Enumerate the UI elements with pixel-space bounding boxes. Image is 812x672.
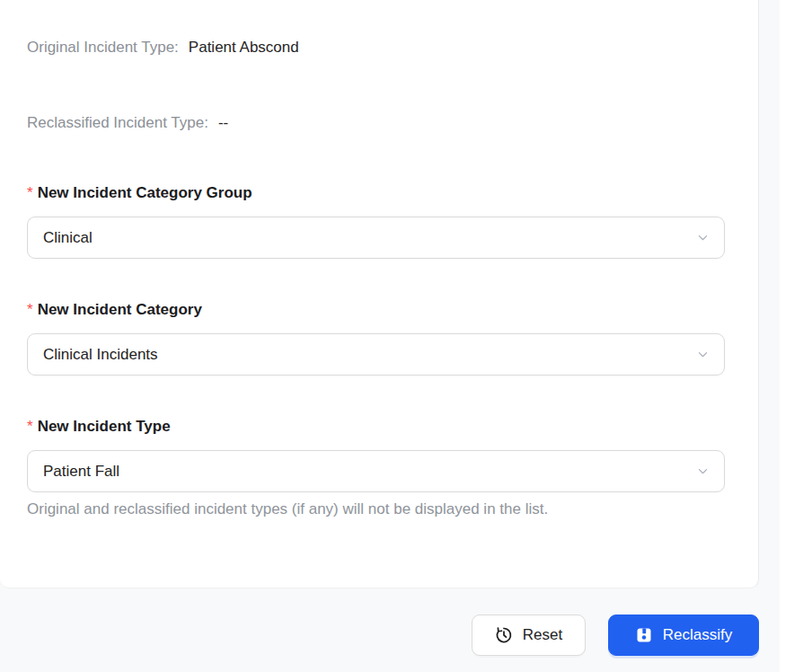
new-incident-category-group-select[interactable]: Clinical xyxy=(27,217,725,259)
reset-button-label: Reset xyxy=(523,626,562,644)
reclassify-button-label: Reclassify xyxy=(663,626,732,644)
required-mark: * xyxy=(27,183,33,203)
original-incident-type-row: Original Incident Type: Patient Abscond xyxy=(27,0,758,57)
save-icon xyxy=(635,626,653,644)
history-icon xyxy=(495,626,513,644)
new-incident-type-select[interactable]: Patient Fall xyxy=(27,450,725,492)
field-label-text: New Incident Type xyxy=(38,417,171,437)
chevron-down-icon xyxy=(695,464,710,479)
reclassified-incident-type-value: -- xyxy=(218,113,228,133)
new-incident-type-label: * New Incident Type xyxy=(27,417,758,437)
reset-button[interactable]: Reset xyxy=(472,615,586,656)
incident-type-help-text: Original and reclassified incident types… xyxy=(27,500,758,519)
selected-value: Clinical xyxy=(43,229,93,247)
original-incident-type-value: Patient Abscond xyxy=(189,38,299,57)
selected-value: Patient Fall xyxy=(43,463,119,481)
reclassify-incident-drawer: Original Incident Type: Patient Abscond … xyxy=(0,0,812,672)
selected-value: Clinical Incidents xyxy=(43,346,158,364)
field-label-text: New Incident Category xyxy=(38,300,202,320)
new-incident-category-label: * New Incident Category xyxy=(27,300,758,320)
chevron-down-icon xyxy=(695,231,710,245)
drawer-footer: Reset Reclassify xyxy=(0,615,759,656)
reclassify-button[interactable]: Reclassify xyxy=(608,615,759,656)
chevron-down-icon xyxy=(695,348,710,362)
new-incident-category-select[interactable]: Clinical Incidents xyxy=(27,333,725,376)
required-mark: * xyxy=(27,300,33,320)
reclassify-form-panel: Original Incident Type: Patient Abscond … xyxy=(0,0,759,588)
field-label-text: New Incident Category Group xyxy=(38,183,252,203)
required-mark: * xyxy=(27,417,33,437)
original-incident-type-label: Original Incident Type: xyxy=(27,38,179,57)
adjacent-page-content xyxy=(780,0,812,672)
new-incident-category-group-label: * New Incident Category Group xyxy=(27,183,758,203)
reclassified-incident-type-label: Reclassified Incident Type: xyxy=(27,113,208,133)
reclassified-incident-type-row: Reclassified Incident Type: -- xyxy=(27,113,758,133)
